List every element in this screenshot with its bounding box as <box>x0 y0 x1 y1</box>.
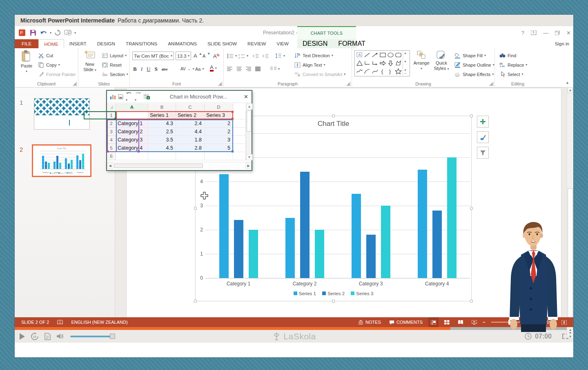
freeform-shape-icon[interactable] <box>394 60 402 67</box>
down-arrow-shape-icon[interactable] <box>387 60 394 67</box>
select-all-cell[interactable] <box>107 103 116 111</box>
volume-slider-handle[interactable] <box>110 334 115 339</box>
tab-view[interactable]: VIEW <box>271 39 294 48</box>
replace-button[interactable]: abac Replace▾ <box>499 61 527 69</box>
align-right-button[interactable] <box>246 67 252 71</box>
copy-button[interactable]: Copy▾ <box>38 61 60 69</box>
tab-chart-format[interactable]: FORMAT <box>333 39 370 48</box>
numbering-button[interactable]: 12▾ <box>238 52 248 60</box>
replay-10-button[interactable]: 10 <box>31 332 39 341</box>
quick-styles-button[interactable]: QuickStyles ▾ <box>432 51 451 71</box>
cell-A5[interactable]: Category 4 <box>116 144 148 152</box>
cell-D1[interactable]: Series 3 <box>205 111 233 119</box>
vertical-scrollbar[interactable]: ▲ ▼ ▲▲ ▼▼ <box>567 87 573 338</box>
cell-A3[interactable]: Category 2 <box>116 128 148 136</box>
grow-font-button[interactable]: A▲ <box>194 52 202 60</box>
slide-2-thumbnail[interactable]: Chart TitleCategory 1Category 2Category … <box>32 144 91 177</box>
column-header-C[interactable]: C <box>176 103 205 111</box>
paragraph-dialog-launcher[interactable] <box>346 82 350 86</box>
cell-A6[interactable] <box>116 152 148 160</box>
bar-series1-category1[interactable] <box>42 156 44 169</box>
tab-chart-design[interactable]: DESIGN <box>297 39 333 48</box>
row-header-2[interactable]: 2 <box>107 119 116 128</box>
edit-in-excel-button[interactable]: X <box>144 94 150 99</box>
cell-B6[interactable] <box>148 152 176 160</box>
cell-C1[interactable]: Series 2 <box>176 111 205 119</box>
font-size-combo[interactable]: 13.3▾ <box>176 52 191 60</box>
slideshow-view-button[interactable] <box>469 317 479 327</box>
undo-button[interactable] <box>39 28 48 37</box>
right-brace-shape-icon[interactable]: } <box>387 68 394 75</box>
align-text-button[interactable]: Align Text▾ <box>294 61 325 69</box>
bar-series1-category4[interactable] <box>76 155 78 169</box>
cell-E2[interactable] <box>233 119 246 128</box>
datasheet-hscrollbar[interactable]: ◀▶ <box>107 162 252 169</box>
bar-series2-category2[interactable] <box>56 156 58 169</box>
rounded-rectangle-shape-icon[interactable] <box>394 52 402 58</box>
tab-home[interactable]: HOME <box>38 39 64 48</box>
column-header-D[interactable]: D <box>205 103 233 111</box>
cell-A1[interactable] <box>116 111 148 119</box>
reading-view-button[interactable] <box>455 317 466 327</box>
justify-button[interactable] <box>255 67 261 71</box>
align-left-button[interactable] <box>227 67 233 71</box>
slide-sorter-view-button[interactable] <box>442 317 452 327</box>
column-header-B[interactable]: B <box>148 103 176 111</box>
columns-button[interactable]: ▾ <box>270 65 280 73</box>
row-header-4[interactable]: 4 <box>107 136 116 144</box>
comments-button[interactable]: COMMENTS <box>387 317 425 327</box>
resize-handle[interactable] <box>470 300 473 303</box>
shrink-font-button[interactable]: A▼ <box>203 52 210 60</box>
datasheet-window[interactable]: ▾ ▾ X Chart in Microsoft Pow... ✕ ABCD1S… <box>106 90 252 171</box>
resize-handle[interactable] <box>470 207 473 210</box>
drawing-dialog-launcher[interactable] <box>489 82 493 86</box>
clipboard-dialog-launcher[interactable] <box>73 82 77 86</box>
bar-series1-category3[interactable] <box>65 158 67 169</box>
format-painter-button[interactable]: Format Painter <box>38 70 76 78</box>
chart-legend[interactable]: Series 1Series 2Series 3 <box>196 291 471 296</box>
resize-handle[interactable] <box>332 114 335 117</box>
bar-series3-category1[interactable] <box>48 163 50 169</box>
slide-1-thumbnail[interactable] <box>34 98 90 130</box>
scribble-shape-icon[interactable] <box>356 68 363 75</box>
bar-series3-category3[interactable] <box>381 206 390 278</box>
datasheet-close-button[interactable]: ✕ <box>244 94 248 100</box>
find-button[interactable]: Find <box>499 51 516 60</box>
resize-handle[interactable] <box>194 207 197 210</box>
video-progress-bar[interactable] <box>15 327 573 330</box>
row-header-1[interactable]: 1 <box>107 111 116 119</box>
shape-fill-button[interactable]: Shape Fill▾ <box>454 51 486 60</box>
character-spacing-button[interactable]: AV↔▾ <box>180 65 194 73</box>
datasheet-undo-button[interactable]: ▾ <box>126 91 132 103</box>
cell-E4[interactable] <box>233 136 246 144</box>
cell-B2[interactable]: 4.3 <box>148 119 176 128</box>
chart-styles-button[interactable] <box>477 131 489 143</box>
left-brace-shape-icon[interactable]: { <box>379 68 387 75</box>
language-indicator[interactable]: ENGLISH (NEW ZEALAND) <box>69 317 130 327</box>
ribbon-display-button[interactable] <box>531 30 537 35</box>
notes-button[interactable]: NOTES <box>356 317 383 327</box>
bar-series3-category1[interactable] <box>249 230 258 278</box>
cell-D2[interactable]: 2 <box>205 119 233 128</box>
bar-series2-category2[interactable] <box>300 172 310 278</box>
sign-in-link[interactable]: Sign in <box>555 39 569 48</box>
cell-B4[interactable]: 3.5 <box>148 136 176 144</box>
collapse-ribbon-button[interactable]: ▲ <box>566 81 569 85</box>
text-shadow-button[interactable]: S <box>154 66 157 72</box>
resize-handle[interactable] <box>470 114 473 117</box>
select-button[interactable]: Select▾ <box>499 70 523 78</box>
cell-A4[interactable]: Category 3 <box>116 136 148 144</box>
bar-series2-category1[interactable] <box>45 161 47 169</box>
paste-button[interactable]: Paste▾ <box>18 50 35 73</box>
shape-gallery[interactable]: A{}▲▼▼— <box>354 50 410 76</box>
cell-C6[interactable] <box>176 152 205 160</box>
cell-C4[interactable]: 1.8 <box>176 136 205 144</box>
strikethrough-button[interactable]: abc <box>162 67 168 72</box>
bar-series2-category1[interactable] <box>234 220 243 278</box>
tab-animations[interactable]: ANIMATIONS <box>163 39 202 48</box>
cell-D6[interactable] <box>205 152 233 160</box>
curve-shape-icon[interactable] <box>371 68 379 75</box>
oval-shape-icon[interactable] <box>387 52 394 58</box>
font-family-combo[interactable]: Tw Cen MT (Boc▾ <box>132 52 174 60</box>
shape-outline-button[interactable]: Shape Outline▾ <box>454 61 494 69</box>
